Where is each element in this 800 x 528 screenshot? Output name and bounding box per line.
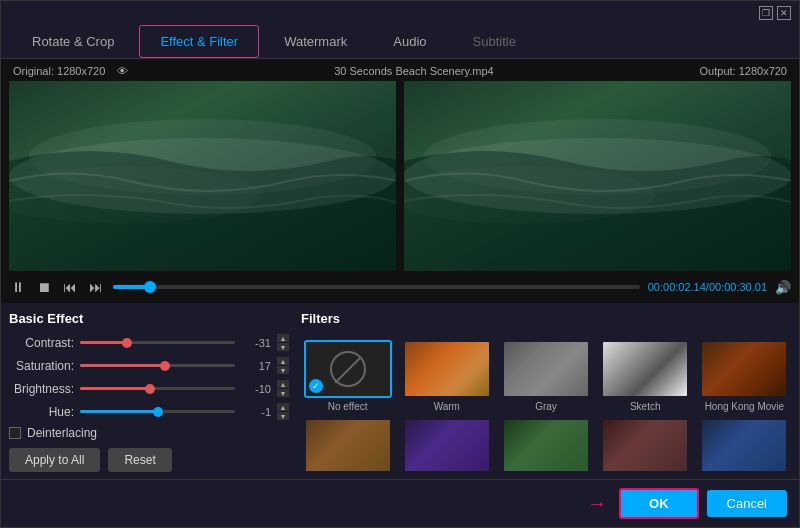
basic-effect-title: Basic Effect [9, 311, 289, 326]
filter-selected-check: ✓ [309, 379, 323, 393]
deinterlacing-row: Deinterlacing [9, 426, 289, 440]
r2-2-inner [405, 420, 489, 471]
filter-hk-label: Hong Kong Movie [705, 401, 785, 412]
filter-warm-label: Warm [434, 401, 460, 412]
filter-r2-2[interactable] [400, 418, 493, 471]
hue-label: Hue: [9, 405, 74, 419]
filters-panel: Filters ✓ No effect [301, 311, 791, 471]
filter-thumb-hk [700, 340, 788, 398]
hue-up[interactable]: ▲ [277, 403, 289, 411]
warm-inner [405, 342, 489, 396]
content-area: Basic Effect Contrast: -31 ▲ ▼ Saturatio… [1, 303, 799, 479]
hk-inner [702, 342, 786, 396]
filter-r2-5[interactable] [698, 418, 791, 471]
hue-down[interactable]: ▼ [277, 412, 289, 420]
saturation-slider[interactable] [80, 364, 235, 367]
contrast-row: Contrast: -31 ▲ ▼ [9, 334, 289, 351]
volume-icon[interactable]: 🔊 [775, 280, 791, 295]
filter-warm[interactable]: Warm [400, 340, 493, 412]
no-effect-icon [330, 351, 366, 387]
tab-subtitle[interactable]: Subtitle [452, 25, 537, 58]
output-video-panel [404, 81, 791, 271]
original-video-panel [9, 81, 396, 271]
filter-r2-4[interactable] [599, 418, 692, 471]
filters-scroll[interactable]: ✓ No effect Warm [301, 334, 791, 471]
deinterlacing-checkbox[interactable] [9, 427, 21, 439]
brightness-fill [80, 387, 150, 390]
tab-watermark[interactable]: Watermark [263, 25, 368, 58]
video-area: Original: 1280x720 👁 30 Seconds Beach Sc… [1, 59, 799, 271]
video-panels [9, 81, 791, 271]
filter-thumb-gray [502, 340, 590, 398]
tab-effect-filter[interactable]: Effect & Filter [139, 25, 259, 58]
tab-rotate-crop[interactable]: Rotate & Crop [11, 25, 135, 58]
brightness-value: -10 [241, 383, 271, 395]
saturation-label: Saturation: [9, 359, 74, 373]
filter-thumb-r2-5 [700, 418, 788, 471]
gray-inner [504, 342, 588, 396]
brightness-slider[interactable] [80, 387, 235, 390]
filter-thumb-r2-1 [304, 418, 392, 471]
stop-button[interactable]: ⏹ [35, 277, 53, 297]
filter-r2-3[interactable] [499, 418, 592, 471]
filter-no-effect[interactable]: ✓ No effect [301, 340, 394, 412]
brightness-up[interactable]: ▲ [277, 380, 289, 388]
effect-buttons: Apply to All Reset [9, 448, 289, 472]
contrast-down[interactable]: ▼ [277, 343, 289, 351]
filter-thumb-no-effect: ✓ [304, 340, 392, 398]
svg-point-4 [423, 119, 771, 195]
r2-5-inner [702, 420, 786, 471]
main-window: ❐ ✕ Rotate & Crop Effect & Filter Waterm… [0, 0, 800, 528]
filename-label: 30 Seconds Beach Scenery.mp4 [334, 65, 493, 77]
progress-bar[interactable] [113, 285, 640, 289]
apply-to-all-button[interactable]: Apply to All [9, 448, 100, 472]
contrast-slider[interactable] [80, 341, 235, 344]
next-button[interactable]: ⏭ [87, 277, 105, 297]
svg-point-1 [28, 119, 376, 195]
contrast-spinner[interactable]: ▲ ▼ [277, 334, 289, 351]
original-label: Original: 1280x720 [13, 65, 105, 77]
contrast-thumb [122, 338, 132, 348]
arrow-indicator: → [587, 492, 607, 515]
filter-r2-1[interactable] [301, 418, 394, 471]
ok-button[interactable]: OK [619, 488, 699, 519]
title-bar: ❐ ✕ [1, 1, 799, 25]
filter-hong-kong-movie[interactable]: Hong Kong Movie [698, 340, 791, 412]
close-button[interactable]: ✕ [777, 6, 791, 20]
contrast-fill [80, 341, 127, 344]
saturation-value: 17 [241, 360, 271, 372]
saturation-up[interactable]: ▲ [277, 357, 289, 365]
filters-grid: ✓ No effect Warm [301, 340, 791, 471]
brightness-down[interactable]: ▼ [277, 389, 289, 397]
deinterlacing-label: Deinterlacing [27, 426, 97, 440]
reset-button[interactable]: Reset [108, 448, 171, 472]
r2-4-inner [603, 420, 687, 471]
contrast-value: -31 [241, 337, 271, 349]
hue-spinner[interactable]: ▲ ▼ [277, 403, 289, 420]
video-info-bar: Original: 1280x720 👁 30 Seconds Beach Sc… [9, 63, 791, 79]
cancel-button[interactable]: Cancel [707, 490, 787, 517]
contrast-label: Contrast: [9, 336, 74, 350]
contrast-up[interactable]: ▲ [277, 334, 289, 342]
saturation-thumb [160, 361, 170, 371]
filter-thumb-r2-4 [601, 418, 689, 471]
brightness-thumb [145, 384, 155, 394]
saturation-spinner[interactable]: ▲ ▼ [277, 357, 289, 374]
hue-slider[interactable] [80, 410, 235, 413]
hue-thumb [153, 407, 163, 417]
saturation-row: Saturation: 17 ▲ ▼ [9, 357, 289, 374]
filter-gray-label: Gray [535, 401, 557, 412]
tab-audio[interactable]: Audio [372, 25, 447, 58]
filter-no-effect-label: No effect [328, 401, 368, 412]
eye-icon[interactable]: 👁 [117, 65, 128, 77]
progress-thumb [144, 281, 156, 293]
saturation-down[interactable]: ▼ [277, 366, 289, 374]
sketch-inner [603, 342, 687, 396]
filter-sketch-label: Sketch [630, 401, 661, 412]
brightness-spinner[interactable]: ▲ ▼ [277, 380, 289, 397]
filter-sketch[interactable]: Sketch [599, 340, 692, 412]
filter-gray[interactable]: Gray [499, 340, 592, 412]
pause-button[interactable]: ⏸ [9, 277, 27, 297]
restore-button[interactable]: ❐ [759, 6, 773, 20]
prev-button[interactable]: ⏮ [61, 277, 79, 297]
